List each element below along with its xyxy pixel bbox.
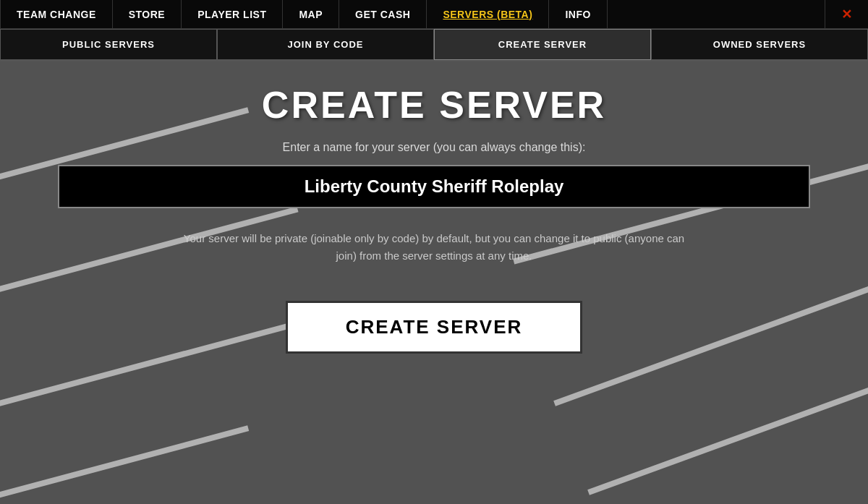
tab-owned-servers[interactable]: OWNED SERVERS [651, 29, 868, 60]
nav-servers-beta[interactable]: SERVERS (BETA) [427, 0, 549, 28]
tab-navigation: PUBLIC SERVERS JOIN BY CODE CREATE SERVE… [0, 29, 868, 61]
nav-info[interactable]: INFO [549, 0, 607, 28]
privacy-info-text: Your server will be private (joinable on… [181, 230, 687, 265]
page-title: CREATE SERVER [262, 83, 606, 127]
tab-join-by-code[interactable]: JOIN BY CODE [217, 29, 434, 60]
nav-get-cash[interactable]: GET CASH [339, 0, 427, 28]
server-name-input[interactable] [58, 165, 810, 208]
subtitle-text: Enter a name for your server (you can al… [283, 141, 586, 154]
nav-team-change[interactable]: TEAM CHANGE [0, 0, 113, 28]
nav-player-list[interactable]: PLAYER LIST [182, 0, 283, 28]
nav-store[interactable]: STORE [113, 0, 182, 28]
tab-public-servers[interactable]: PUBLIC SERVERS [0, 29, 217, 60]
top-navigation: TEAM CHANGE STORE PLAYER LIST MAP GET CA… [0, 0, 868, 29]
create-server-form: CREATE SERVER Enter a name for your serv… [0, 61, 868, 504]
create-server-button[interactable]: CREATE SERVER [286, 301, 583, 354]
tab-create-server[interactable]: CREATE SERVER [434, 29, 651, 60]
nav-map[interactable]: MAP [283, 0, 339, 28]
close-button[interactable]: ✕ [825, 0, 869, 28]
